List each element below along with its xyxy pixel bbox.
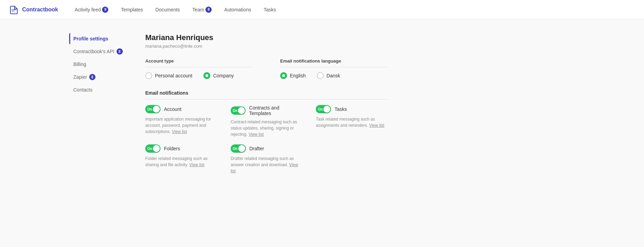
radio-company[interactable]: Company bbox=[203, 72, 234, 79]
view-list-drafter[interactable]: View list bbox=[231, 162, 298, 173]
nav-badge-team: 8 bbox=[205, 7, 212, 13]
notif-toggle-row-contracts: On Contracts and Templates bbox=[231, 105, 302, 116]
user-name: Mariana Henriques bbox=[145, 33, 387, 42]
email-language-col: Email notifications language English Dan… bbox=[280, 58, 387, 79]
sidebar-badge-zapier: 8 bbox=[89, 74, 95, 80]
notif-folders: On Folders Folder related messaging such… bbox=[145, 144, 217, 174]
view-list-folders[interactable]: View list bbox=[189, 162, 204, 167]
notif-toggle-row-folders: On Folders bbox=[145, 144, 217, 153]
nav-item-documents[interactable]: Documents bbox=[150, 4, 185, 16]
notifications-grid-bottom: On Folders Folder related messaging such… bbox=[145, 144, 387, 174]
toggle-label-account: On bbox=[147, 107, 152, 111]
toggle-label-tasks: On bbox=[318, 107, 323, 111]
nav-label: Automations bbox=[224, 7, 251, 12]
account-type-col: Account type Personal account Company bbox=[145, 58, 252, 79]
notif-desc-drafter: Drafter related messaging such as answer… bbox=[231, 155, 302, 174]
radio-label-personal: Personal account bbox=[155, 73, 192, 78]
toggle-knob-contracts bbox=[238, 107, 245, 114]
nav-label: Tasks bbox=[264, 7, 276, 12]
sidebar-label: Zapier bbox=[73, 74, 87, 80]
account-type-options: Personal account Company bbox=[145, 72, 252, 79]
toggle-label-drafter: On bbox=[233, 147, 238, 151]
nav-badge-activity: 8 bbox=[102, 7, 108, 13]
notif-desc-contracts: Contract-related messaging such as statu… bbox=[231, 119, 302, 137]
nav-label: Documents bbox=[155, 7, 180, 12]
toggle-label-contracts: On bbox=[233, 109, 238, 113]
sidebar-label: Contacts bbox=[73, 87, 92, 93]
notif-toggle-row-drafter: On Drafter bbox=[231, 144, 302, 153]
nav-item-tasks[interactable]: Tasks bbox=[258, 4, 282, 16]
sidebar-item-billing[interactable]: Billing bbox=[69, 59, 131, 70]
notif-account: On Account Important application messagi… bbox=[145, 105, 217, 137]
radio-circle-company[interactable] bbox=[203, 72, 210, 79]
radio-label-english: English bbox=[290, 73, 306, 78]
radio-english[interactable]: English bbox=[280, 72, 306, 79]
toggle-knob-folders bbox=[153, 145, 160, 152]
navbar: Contractbook Activity feed 8 Templates D… bbox=[0, 0, 644, 19]
sidebar-label: Profile settings bbox=[73, 36, 108, 41]
sidebar-label: Billing bbox=[73, 61, 86, 67]
radio-personal[interactable]: Personal account bbox=[145, 72, 192, 79]
nav-item-automations[interactable]: Automations bbox=[219, 4, 257, 16]
notif-desc-tasks: Task related messaging such as assignmen… bbox=[316, 116, 387, 129]
toggle-knob-tasks bbox=[323, 106, 330, 113]
toggle-knob-account bbox=[153, 106, 160, 113]
nav-item-activity-feed[interactable]: Activity feed 8 bbox=[69, 4, 114, 16]
toggle-folders[interactable]: On bbox=[145, 144, 160, 153]
nav-item-templates[interactable]: Templates bbox=[115, 4, 148, 16]
email-language-label: Email notifications language bbox=[280, 58, 387, 67]
notif-name-account: Account bbox=[164, 106, 182, 112]
toggle-knob-drafter bbox=[238, 145, 245, 152]
radio-circle-personal[interactable] bbox=[145, 72, 152, 79]
email-notifications-header: Email notifications bbox=[145, 90, 387, 99]
notif-toggle-row-account: On Account bbox=[145, 105, 217, 113]
sidebar-item-zapier[interactable]: Zapier 8 bbox=[69, 71, 131, 83]
notif-desc-account: Important application messaging for acco… bbox=[145, 116, 217, 135]
page-content: Profile settings Contractbook's API 8 Bi… bbox=[0, 19, 644, 247]
radio-label-dansk: Dansk bbox=[326, 73, 340, 78]
notif-name-tasks: Tasks bbox=[334, 106, 347, 112]
nav-label: Team bbox=[192, 7, 204, 12]
toggle-tasks[interactable]: On bbox=[316, 105, 331, 113]
nav-label: Activity feed bbox=[75, 7, 101, 12]
toggle-drafter[interactable]: On bbox=[231, 144, 246, 153]
notif-toggle-row-tasks: On Tasks bbox=[316, 105, 387, 113]
logo-text: Contractbook bbox=[22, 7, 58, 13]
sidebar-badge-api: 8 bbox=[117, 48, 123, 55]
nav-items: Activity feed 8 Templates Documents Team… bbox=[69, 4, 282, 16]
notif-desc-folders: Folder related messaging such as sharing… bbox=[145, 155, 217, 168]
notif-name-contracts: Contracts and Templates bbox=[249, 105, 302, 116]
toggle-account[interactable]: On bbox=[145, 105, 160, 113]
toggle-label-folders: On bbox=[147, 147, 152, 151]
account-type-label: Account type bbox=[145, 58, 252, 67]
notif-drafter: On Drafter Drafter related messaging suc… bbox=[231, 144, 302, 174]
sidebar-label: Contractbook's API bbox=[73, 49, 114, 54]
sidebar: Profile settings Contractbook's API 8 Bi… bbox=[69, 33, 145, 233]
radio-circle-dansk[interactable] bbox=[317, 72, 324, 79]
logo[interactable]: Contractbook bbox=[8, 4, 58, 15]
toggle-contracts[interactable]: On bbox=[231, 106, 246, 115]
notif-name-folders: Folders bbox=[164, 146, 180, 151]
sidebar-item-profile-settings[interactable]: Profile settings bbox=[69, 33, 131, 44]
email-language-options: English Dansk bbox=[280, 72, 387, 79]
view-list-tasks[interactable]: View list bbox=[369, 123, 384, 128]
radio-dansk[interactable]: Dansk bbox=[317, 72, 340, 79]
view-list-account[interactable]: View list bbox=[172, 129, 187, 134]
nav-item-team[interactable]: Team 8 bbox=[187, 4, 217, 16]
sidebar-item-contacts[interactable]: Contacts bbox=[69, 84, 131, 95]
main-content: Mariana Henriques mariana.pacheco@linte.… bbox=[145, 33, 387, 233]
sidebar-item-api[interactable]: Contractbook's API 8 bbox=[69, 46, 131, 57]
notifications-grid-top: On Account Important application messagi… bbox=[145, 105, 387, 137]
nav-label: Templates bbox=[121, 7, 143, 12]
user-email: mariana.pacheco@linte.com bbox=[145, 44, 387, 49]
notif-tasks: On Tasks Task related messaging such as … bbox=[316, 105, 387, 137]
settings-row-account: Account type Personal account Company Em… bbox=[145, 58, 387, 79]
radio-circle-english[interactable] bbox=[280, 72, 287, 79]
view-list-contracts[interactable]: View list bbox=[249, 132, 264, 137]
notif-name-drafter: Drafter bbox=[249, 146, 264, 151]
notif-contracts: On Contracts and Templates Contract-rela… bbox=[231, 105, 302, 137]
radio-label-company: Company bbox=[213, 73, 234, 78]
